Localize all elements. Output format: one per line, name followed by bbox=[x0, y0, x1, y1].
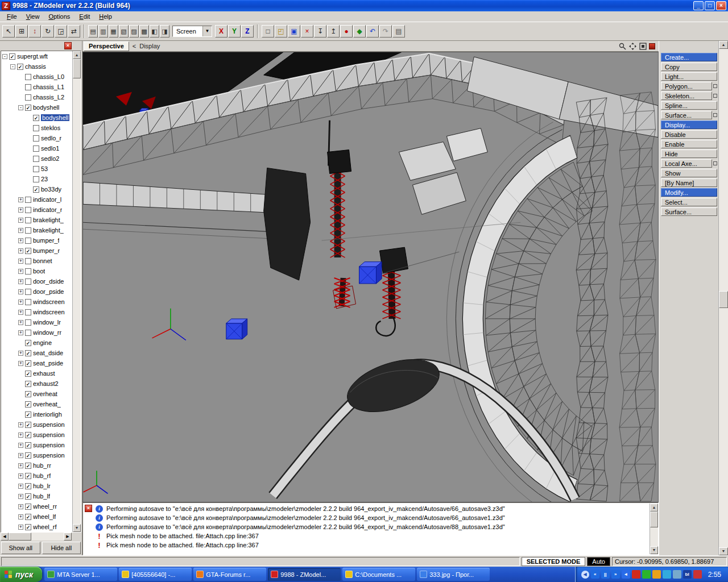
command-option-checkbox[interactable] bbox=[713, 94, 717, 98]
tree-item[interactable]: ✓exhaust2 bbox=[1, 379, 72, 389]
view-normals-icon[interactable]: ▨ bbox=[129, 25, 139, 38]
tree-item[interactable]: -✓bodyshell bbox=[1, 102, 72, 113]
volume-icon[interactable]: ◄ bbox=[622, 570, 630, 579]
expand-icon[interactable]: + bbox=[18, 422, 23, 427]
log-close-icon[interactable]: × bbox=[85, 505, 92, 512]
scroll-left-icon[interactable]: ◀ bbox=[1, 533, 9, 541]
screen-select[interactable]: Screen ▼ bbox=[172, 26, 212, 37]
scroll-down-icon[interactable]: ▼ bbox=[650, 546, 658, 554]
view-split-v-icon[interactable]: ◨ bbox=[160, 25, 169, 38]
command-surface-button[interactable]: Surface... bbox=[661, 207, 717, 216]
graphics-driver-icon[interactable] bbox=[652, 570, 661, 579]
history-back-button[interactable]: < bbox=[131, 43, 137, 49]
tree-item[interactable]: +bumper_f bbox=[1, 235, 72, 246]
visibility-checkbox[interactable]: ✓ bbox=[25, 350, 31, 356]
expand-icon[interactable]: + bbox=[18, 361, 23, 366]
tree-item[interactable]: +✓hub_rr bbox=[1, 460, 72, 471]
mirror-icon[interactable]: ⇄ bbox=[68, 25, 80, 38]
visibility-checkbox[interactable] bbox=[25, 217, 31, 223]
tree-item[interactable]: +bonnet bbox=[1, 256, 72, 266]
tree-item[interactable]: +brakelight_ bbox=[1, 215, 72, 225]
expand-icon[interactable]: + bbox=[18, 279, 23, 284]
visibility-checkbox[interactable]: ✓ bbox=[25, 360, 31, 367]
visibility-checkbox[interactable]: ✓ bbox=[25, 401, 31, 408]
visibility-checkbox[interactable]: ✓ bbox=[25, 493, 31, 500]
axis-z-button[interactable]: Z bbox=[241, 25, 254, 38]
rotate-icon[interactable]: ↻ bbox=[42, 25, 54, 38]
visibility-checkbox[interactable] bbox=[25, 289, 31, 295]
expand-icon[interactable]: + bbox=[18, 525, 23, 530]
visibility-checkbox[interactable] bbox=[25, 309, 31, 315]
expand-icon[interactable]: + bbox=[18, 473, 23, 479]
expand-icon[interactable]: + bbox=[18, 351, 23, 356]
visibility-checkbox[interactable] bbox=[33, 176, 39, 182]
minimize-button[interactable]: _ bbox=[693, 1, 704, 10]
visibility-checkbox[interactable]: ✓ bbox=[25, 411, 31, 418]
tree-item[interactable]: +door_pside bbox=[1, 286, 72, 297]
command-light-button[interactable]: Light... bbox=[661, 72, 717, 81]
visibility-checkbox[interactable]: ✓ bbox=[25, 432, 31, 438]
taskbar-task[interactable]: [405556640] -... bbox=[119, 568, 192, 581]
tree-item[interactable]: 23 bbox=[1, 174, 72, 184]
command-modify-button[interactable]: Modify... bbox=[661, 188, 717, 197]
tree-item[interactable]: +✓hub_rf bbox=[1, 471, 72, 481]
taskbar-task[interactable]: MTA Server 1... bbox=[44, 568, 117, 581]
tree-item[interactable]: sedlo_r bbox=[1, 133, 72, 143]
tray-app-icon[interactable] bbox=[693, 570, 702, 579]
delete-icon[interactable]: × bbox=[301, 25, 313, 38]
visibility-checkbox[interactable] bbox=[25, 197, 31, 203]
command-display-button[interactable]: Display... bbox=[661, 120, 717, 129]
visibility-checkbox[interactable]: ✓ bbox=[25, 105, 31, 111]
menu-view[interactable]: View bbox=[22, 12, 44, 21]
taskbar-task[interactable]: 9988 - ZModel... bbox=[268, 568, 341, 581]
tree-scrollbar-vertical[interactable]: ▲ ▼ bbox=[72, 51, 81, 532]
view-shaded-icon[interactable]: ▥ bbox=[98, 25, 108, 38]
taskbar-task[interactable]: GTA-Forums r... bbox=[193, 568, 266, 581]
menu-help[interactable]: Help bbox=[94, 12, 117, 21]
open-file-icon[interactable]: ◰ bbox=[275, 25, 287, 38]
visibility-checkbox[interactable] bbox=[33, 156, 39, 162]
view-mode-tab[interactable]: Perspective bbox=[84, 41, 129, 51]
tree-item[interactable]: ✓exhaust bbox=[1, 368, 72, 379]
visibility-checkbox[interactable] bbox=[25, 319, 31, 326]
visibility-checkbox[interactable]: ✓ bbox=[25, 483, 31, 489]
visibility-checkbox[interactable]: ✓ bbox=[25, 473, 31, 479]
zoom-icon[interactable] bbox=[618, 42, 626, 50]
visibility-checkbox[interactable]: ✓ bbox=[33, 115, 39, 121]
expand-icon[interactable]: + bbox=[18, 259, 23, 264]
visibility-checkbox[interactable]: ✓ bbox=[25, 524, 31, 530]
scroll-thumb[interactable] bbox=[9, 533, 31, 541]
visibility-checkbox[interactable] bbox=[25, 84, 31, 90]
visibility-checkbox[interactable] bbox=[25, 330, 31, 336]
auto-indicator[interactable]: Auto bbox=[587, 557, 610, 566]
axis-x-button[interactable]: X bbox=[215, 25, 228, 38]
command-show-button[interactable]: Show bbox=[661, 169, 717, 177]
new-file-icon[interactable]: □ bbox=[262, 25, 274, 38]
collapse-icon[interactable]: - bbox=[2, 54, 7, 59]
expand-icon[interactable]: + bbox=[18, 494, 23, 499]
scale-icon[interactable]: ◲ bbox=[55, 25, 67, 38]
tree-item[interactable]: +windscreen bbox=[1, 307, 72, 317]
app-scrollbar-vertical[interactable]: ▲ ▼ bbox=[718, 41, 728, 555]
tree-item[interactable]: -✓supergt.wft bbox=[1, 51, 72, 61]
tree-item[interactable]: chassis_L2 bbox=[1, 92, 72, 102]
messenger-icon[interactable] bbox=[642, 570, 651, 579]
view-backfaces-icon[interactable]: ▩ bbox=[139, 25, 149, 38]
tree-item[interactable]: chassis_L0 bbox=[1, 72, 72, 82]
visibility-checkbox[interactable]: ✓ bbox=[25, 463, 31, 469]
tree-item[interactable]: +window_rr bbox=[1, 327, 72, 338]
menu-edit[interactable]: Edit bbox=[75, 12, 94, 21]
command-option-checkbox[interactable] bbox=[713, 161, 717, 165]
import-scene-icon[interactable]: ↧ bbox=[314, 25, 326, 38]
visibility-checkbox[interactable]: ✓ bbox=[17, 64, 23, 70]
panel-close-icon[interactable]: × bbox=[64, 42, 72, 49]
tree-item[interactable]: 53 bbox=[1, 164, 72, 174]
tree-item[interactable]: +✓wheel_rr bbox=[1, 501, 72, 512]
visibility-checkbox[interactable] bbox=[33, 166, 39, 172]
tree-item[interactable]: ✓bodyshell bbox=[1, 113, 72, 123]
pan-icon[interactable] bbox=[628, 42, 636, 50]
scroll-down-icon[interactable]: ▼ bbox=[73, 524, 81, 532]
tree-item[interactable]: ✓overheat bbox=[1, 389, 72, 399]
expand-icon[interactable]: + bbox=[18, 228, 23, 233]
move-icon[interactable]: ↕ bbox=[28, 25, 41, 38]
